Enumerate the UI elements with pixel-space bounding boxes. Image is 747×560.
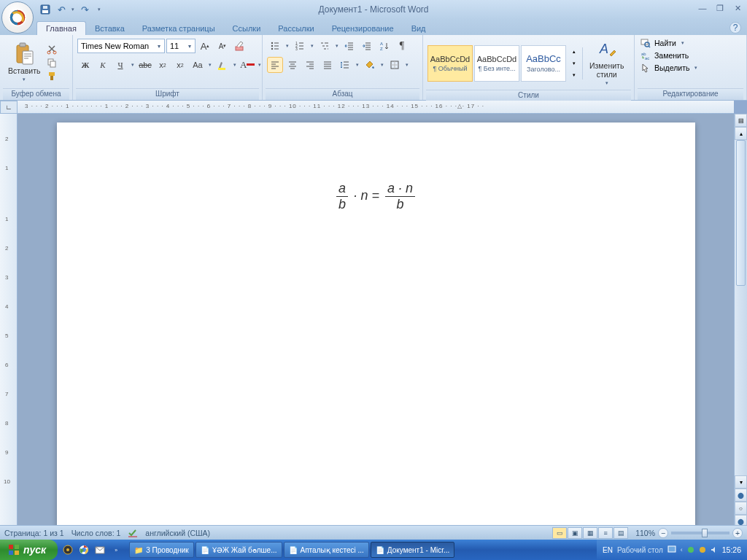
view-print-layout[interactable]: ▭ xyxy=(552,527,567,539)
tab-review[interactable]: Рецензирование xyxy=(323,22,403,35)
office-button[interactable] xyxy=(1,1,34,34)
browse-object-button[interactable]: ○ xyxy=(735,502,747,515)
ql-more[interactable]: » xyxy=(109,542,123,557)
tray-icon2[interactable] xyxy=(699,546,706,553)
show-marks-button[interactable]: ¶ xyxy=(394,38,410,54)
copy-button[interactable] xyxy=(46,57,58,69)
restore-button[interactable]: ❐ xyxy=(713,2,727,14)
highlight-button[interactable] xyxy=(214,57,231,73)
font-name-combo[interactable]: ▾ xyxy=(77,39,165,53)
document-area[interactable]: ab ∙ n = a ∙ nb xyxy=(18,114,734,528)
tray-clock[interactable]: 15:26 xyxy=(722,545,741,554)
sort-button[interactable]: AZ xyxy=(376,38,392,54)
replace-button[interactable]: abacЗаменить xyxy=(640,50,689,61)
justify-button[interactable] xyxy=(320,57,336,73)
underline-button[interactable]: Ч xyxy=(112,57,128,73)
redo-button[interactable]: ↷ xyxy=(77,2,92,17)
taskbar-item[interactable]: 📄ҰӘЖ Жай бөлше... xyxy=(196,542,282,558)
tray-language[interactable]: EN xyxy=(603,546,613,554)
zoom-out-button[interactable]: − xyxy=(658,528,668,538)
view-outline[interactable]: ≡ xyxy=(598,527,613,539)
superscript-button[interactable]: x2 xyxy=(172,57,188,73)
save-button[interactable] xyxy=(38,2,53,17)
strikethrough-button[interactable]: abc xyxy=(137,57,153,73)
bold-button[interactable]: Ж xyxy=(77,57,93,73)
styles-row-up[interactable]: ▴ xyxy=(569,46,579,58)
numbering-button[interactable]: 123 xyxy=(292,38,308,54)
grow-font-button[interactable]: A▴ xyxy=(197,38,213,54)
start-button[interactable]: пуск xyxy=(0,540,58,560)
tab-selector[interactable]: ∟ xyxy=(0,101,18,114)
align-right-button[interactable] xyxy=(302,57,318,73)
close-button[interactable]: ✕ xyxy=(731,2,744,14)
status-proofing-icon[interactable] xyxy=(128,528,138,538)
tray-desktop[interactable]: Рабочий стол xyxy=(617,546,663,554)
style-item[interactable]: AaBbCcDd¶ Без инте... xyxy=(474,45,519,82)
tab-insert[interactable]: Вставка xyxy=(86,22,133,35)
equation[interactable]: ab ∙ n = a ∙ nb xyxy=(115,181,637,212)
change-case-button[interactable]: Aa xyxy=(190,57,206,73)
style-gallery[interactable]: AaBbCcDd¶ ОбычныйAaBbCcDd¶ Без инте...Aa… xyxy=(427,45,566,82)
view-draft[interactable]: ▤ xyxy=(614,527,628,539)
select-button[interactable]: Выделить▾ xyxy=(640,63,699,73)
help-button[interactable]: ? xyxy=(729,22,741,34)
zoom-slider[interactable] xyxy=(671,532,729,534)
vertical-ruler[interactable]: 2 1 1 2 3 4 5 6 7 8 9 10 xyxy=(0,114,18,528)
ql-icon[interactable] xyxy=(61,542,75,557)
format-painter-button[interactable] xyxy=(46,70,58,82)
tab-home[interactable]: Главная xyxy=(36,21,86,35)
scroll-down-button[interactable]: ▾ xyxy=(735,475,747,489)
zoom-thumb[interactable] xyxy=(702,529,708,537)
change-styles-button[interactable]: A Изменить стили ▾ xyxy=(586,38,627,88)
shrink-font-button[interactable]: A▾ xyxy=(214,38,231,54)
view-web-layout[interactable]: ▦ xyxy=(583,527,597,539)
tab-view[interactable]: Вид xyxy=(403,22,435,35)
zoom-in-button[interactable]: + xyxy=(732,528,743,538)
tray-more[interactable]: ‹ xyxy=(681,546,683,553)
font-size-combo[interactable]: ▾ xyxy=(166,39,196,53)
bullets-button[interactable] xyxy=(267,38,283,54)
tab-mailings[interactable]: Рассылки xyxy=(269,22,322,35)
horizontal-ruler[interactable]: 3 · · · 2 · · · 1 · · · · · · · 1 · · · … xyxy=(18,101,734,114)
subscript-button[interactable]: x2 xyxy=(155,57,171,73)
multilevel-list-button[interactable] xyxy=(317,38,333,54)
minimize-button[interactable]: — xyxy=(696,2,709,14)
decrease-indent-button[interactable] xyxy=(341,38,357,54)
scroll-up-button[interactable]: ▴ xyxy=(735,127,747,140)
prev-page-button[interactable]: ⬤ xyxy=(735,489,747,502)
ql-mail-icon[interactable] xyxy=(93,542,107,557)
undo-dropdown[interactable]: ▾ xyxy=(70,7,76,12)
line-spacing-button[interactable] xyxy=(337,57,353,73)
page[interactable]: ab ∙ n = a ∙ nb xyxy=(57,122,695,528)
undo-button[interactable]: ↶ xyxy=(54,2,69,17)
qat-customize-dropdown[interactable]: ▾ xyxy=(96,7,102,12)
font-name-input[interactable] xyxy=(78,42,154,50)
status-language[interactable]: английский (США) xyxy=(145,529,210,537)
clear-formatting-button[interactable] xyxy=(232,38,248,54)
status-page[interactable]: Страница: 1 из 1 xyxy=(4,529,64,537)
scroll-thumb[interactable] xyxy=(736,140,746,286)
tab-references[interactable]: Ссылки xyxy=(224,22,270,35)
find-button[interactable]: Найти▾ xyxy=(640,38,686,48)
font-color-button[interactable]: A xyxy=(239,57,255,73)
vertical-scrollbar[interactable]: ▤ ▴ ▾ ⬤ ○ ⬤ xyxy=(734,114,747,528)
tray-icon[interactable] xyxy=(687,546,694,553)
align-center-button[interactable] xyxy=(285,57,301,73)
style-item[interactable]: AaBbCcЗаголово... xyxy=(521,45,566,82)
status-words[interactable]: Число слов: 1 xyxy=(71,529,121,537)
taskbar-item[interactable]: 📄Документ1 - Micr... xyxy=(371,542,454,558)
ql-chrome-icon[interactable] xyxy=(77,542,91,557)
styles-more[interactable]: ▾ xyxy=(569,69,579,81)
font-size-input[interactable] xyxy=(167,42,185,50)
align-left-button[interactable] xyxy=(267,57,283,73)
paste-dropdown[interactable]: ▾ xyxy=(21,77,27,82)
borders-button[interactable] xyxy=(387,57,403,73)
cut-button[interactable] xyxy=(46,44,58,55)
style-item[interactable]: AaBbCcDd¶ Обычный xyxy=(427,45,473,82)
tray-show-desktop-icon[interactable] xyxy=(667,545,676,554)
tray-volume-icon[interactable] xyxy=(711,546,718,553)
view-full-screen[interactable]: ▣ xyxy=(568,527,582,539)
tab-page-layout[interactable]: Разметка страницы xyxy=(133,22,224,35)
italic-button[interactable]: К xyxy=(95,57,111,73)
styles-row-down[interactable]: ▾ xyxy=(569,58,579,69)
